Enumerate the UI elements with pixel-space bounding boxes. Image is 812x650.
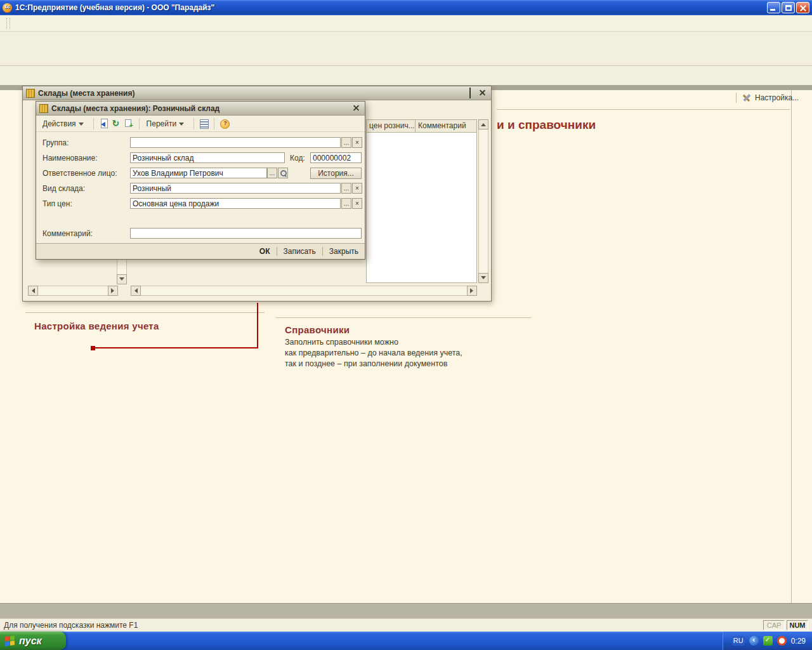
write-icon[interactable] xyxy=(98,118,109,129)
maximize-button[interactable] xyxy=(782,2,795,13)
arrow-down-icon xyxy=(481,276,486,282)
warehouse-kind-input[interactable] xyxy=(130,183,341,194)
group-field-label: Группа: xyxy=(43,138,69,147)
list-scroll-right-button[interactable] xyxy=(467,286,477,296)
dialog-titlebar: Склады (места хранения): Розничный склад xyxy=(36,102,365,116)
comment-field-label: Комментарий: xyxy=(43,229,93,238)
dialog-toolbar: Действия Перейти xyxy=(36,116,365,132)
dialog-close-button[interactable] xyxy=(351,103,362,113)
status-bar: Для получения подсказки нажмите F1 CAP N… xyxy=(0,618,812,632)
language-indicator[interactable]: RU xyxy=(732,636,745,646)
ok-button[interactable]: ОК xyxy=(253,247,277,256)
tray-agent-icon[interactable] xyxy=(749,636,759,646)
divider xyxy=(736,93,737,103)
help-icon[interactable] xyxy=(219,118,230,129)
screen: 1С:Предприятие (учебная версия) - ООО "П… xyxy=(0,0,812,650)
reread-icon[interactable] xyxy=(111,118,122,129)
name-input[interactable] xyxy=(130,152,285,163)
restore-icon xyxy=(469,89,471,98)
warehouses-table: цен рознич... Комментарий xyxy=(366,119,477,283)
name-field-label: Наименование: xyxy=(43,154,98,162)
windows-taskbar: пуск RU 0:29 xyxy=(0,632,812,650)
arrow-up-icon xyxy=(481,121,486,126)
status-hint: Для получения подсказки нажмите F1 xyxy=(4,621,138,630)
warehouses-window-title: Склады (места хранения) xyxy=(38,89,134,98)
tree-horizontal-scrollbar[interactable] xyxy=(28,286,118,296)
tree-scroll-down-button[interactable] xyxy=(117,274,127,284)
code-input[interactable] xyxy=(310,152,362,163)
responsible-input[interactable] xyxy=(130,168,267,178)
chevron-down-icon xyxy=(79,123,84,128)
close-button[interactable]: Закрыть xyxy=(323,247,365,256)
chevron-down-icon xyxy=(179,123,184,128)
settings-tools-icon xyxy=(742,93,752,103)
section-intro: Заполнить справочники можно как предвари… xyxy=(285,337,531,369)
tray-opera-icon[interactable] xyxy=(777,636,787,646)
table-header-row: цен рознич... Комментарий xyxy=(367,120,476,133)
tree-scroll-right-button[interactable] xyxy=(108,286,118,296)
maximize-icon xyxy=(785,5,792,11)
function-panel-tabs xyxy=(0,66,812,85)
annotation-line-horizontal xyxy=(95,347,258,348)
warehouse-item-dialog: Склады (места хранения): Розничный склад… xyxy=(36,101,365,260)
comment-input[interactable] xyxy=(130,228,362,239)
windows-logo-icon xyxy=(5,635,15,646)
warehouse-icon xyxy=(26,89,35,98)
price-type-clear-button[interactable]: × xyxy=(352,198,362,209)
price-type-input[interactable] xyxy=(130,198,341,209)
section-header: Справочники xyxy=(285,324,531,335)
window-close-button[interactable] xyxy=(477,88,488,98)
kind-clear-button[interactable]: × xyxy=(352,183,362,194)
open-windows-bar xyxy=(0,603,812,618)
tree-scroll-left-button[interactable] xyxy=(28,286,38,296)
vertical-scrollbar[interactable] xyxy=(478,119,488,283)
scroll-down-button[interactable] xyxy=(478,273,488,283)
group-clear-button[interactable]: × xyxy=(352,137,362,148)
price-type-select-button[interactable]: ... xyxy=(341,198,351,209)
copy-item-icon[interactable] xyxy=(124,118,134,129)
responsible-select-button[interactable]: ... xyxy=(267,168,277,178)
panel-right-border xyxy=(791,90,792,603)
list-icon[interactable] xyxy=(199,118,209,129)
responsible-field-label: Ответственное лицо: xyxy=(43,169,117,178)
panel-settings-link[interactable]: Настройка... xyxy=(736,93,799,103)
goto-menu-button[interactable]: Перейти xyxy=(144,117,190,129)
start-label: пуск xyxy=(19,635,42,647)
warehouses-list-window: Склады (места хранения) цен рознич... Ко… xyxy=(22,86,492,302)
scroll-up-button[interactable] xyxy=(478,119,488,129)
actions-menu-button[interactable]: Действия xyxy=(40,117,89,129)
close-button[interactable] xyxy=(796,2,809,13)
dialog-footer: ОК Записать Закрыть xyxy=(36,243,365,259)
capslock-indicator: CAP xyxy=(763,620,785,630)
column-header-comment[interactable]: Комментарий xyxy=(416,120,476,132)
responsible-open-icon[interactable] xyxy=(278,168,288,178)
page-heading-clipped: и и справочники xyxy=(497,118,596,132)
group-select-button[interactable]: ... xyxy=(341,137,351,148)
commands-toolbar xyxy=(0,48,812,66)
arrow-left-icon xyxy=(29,288,35,293)
group-input[interactable] xyxy=(130,137,341,148)
app-titlebar: 1С:Предприятие (учебная версия) - ООО "П… xyxy=(0,0,812,15)
arrow-right-icon xyxy=(470,288,476,293)
column-header-price-type[interactable]: цен рознич... xyxy=(367,120,416,132)
settings-label: Настройка... xyxy=(755,93,799,102)
kind-select-button[interactable]: ... xyxy=(341,183,351,194)
menu-bar xyxy=(0,15,812,32)
window-minimize-button[interactable] xyxy=(452,88,462,98)
taskbar-clock: 0:29 xyxy=(791,637,806,646)
kind-field-label: Вид склада: xyxy=(43,184,85,193)
arrow-left-icon xyxy=(132,288,138,293)
heading-rule xyxy=(497,109,790,110)
start-button[interactable]: пуск xyxy=(0,632,66,650)
minimize-button[interactable] xyxy=(767,2,780,13)
write-button[interactable]: Записать xyxy=(277,247,322,256)
warehouse-icon xyxy=(39,104,48,113)
app-title: 1С:Предприятие (учебная версия) - ООО "П… xyxy=(15,3,214,12)
list-horizontal-scrollbar[interactable] xyxy=(131,286,477,296)
price-type-field-label: Тип цен: xyxy=(43,199,72,208)
annotation-line-vertical xyxy=(257,303,258,348)
window-restore-button[interactable] xyxy=(464,88,475,98)
tray-antivirus-icon[interactable] xyxy=(763,636,773,646)
history-button[interactable]: История... xyxy=(310,168,362,179)
list-scroll-left-button[interactable] xyxy=(131,286,141,296)
